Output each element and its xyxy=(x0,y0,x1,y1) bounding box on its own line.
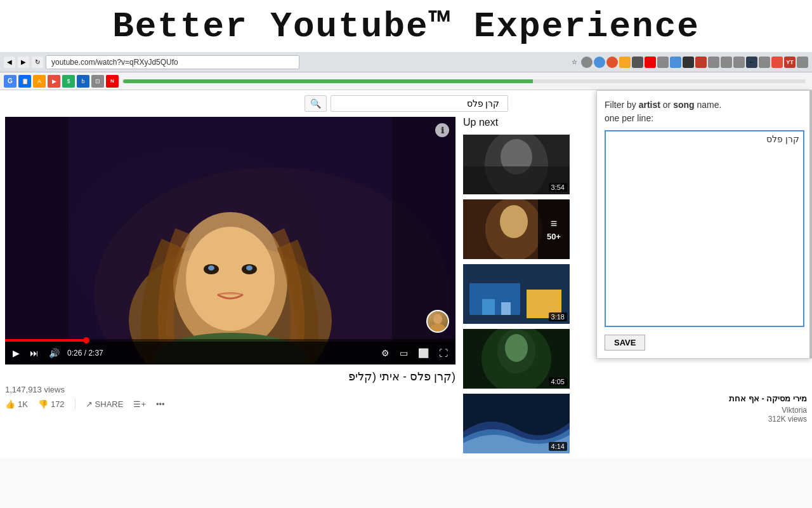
volume-button[interactable]: 🔊 xyxy=(46,347,62,359)
theatre-button[interactable]: ⬜ xyxy=(416,347,431,359)
url-bar[interactable]: youtube.com/watch?v=qRXyJd5QUfo xyxy=(46,55,299,69)
video-avatar xyxy=(426,310,449,333)
bm-item-7[interactable]: ⊡ xyxy=(91,75,104,88)
miniplayer-button[interactable]: ▭ xyxy=(397,347,410,359)
svg-point-8 xyxy=(208,265,214,271)
ext-icon-2[interactable] xyxy=(594,57,605,68)
add-to-playlist-button[interactable]: ☰+ xyxy=(133,399,146,409)
svg-rect-25 xyxy=(482,299,495,315)
video-player-container: ℹ ▶ xyxy=(5,117,455,458)
video-player[interactable]: ℹ ▶ xyxy=(5,117,455,364)
filter-title: Filter by artist or song name. one per l… xyxy=(605,98,804,125)
ext-icon-13[interactable] xyxy=(733,57,745,68)
bookmarks-progress-bar xyxy=(123,79,806,83)
svg-point-13 xyxy=(433,314,442,324)
save-button[interactable]: SAVE xyxy=(605,335,645,351)
thumb-container-4: 4:05 xyxy=(463,329,570,389)
time-display: 0:26 / 2:37 xyxy=(67,349,103,358)
sidebar-item-channel-5: Viktoria xyxy=(575,406,807,415)
video-title: (קרן פלס - איתי (קליפ xyxy=(5,370,455,384)
video-controls-overlay: ▶ ⏭ 🔊 0:26 / 2:37 ⚙ ▭ ⬜ ⛶ xyxy=(5,339,455,364)
duration-badge-4: 4:05 xyxy=(549,377,567,386)
ext-icon-16[interactable] xyxy=(771,57,783,68)
playlist-add-icon: ☰+ xyxy=(133,399,146,409)
playlist-badge: ≡ 50+ xyxy=(538,199,570,259)
bm-item-1[interactable]: G xyxy=(4,75,16,88)
ext-icon-5[interactable] xyxy=(632,57,643,68)
duration-badge-3: 3:18 xyxy=(549,312,567,321)
refresh-icon[interactable]: ↻ xyxy=(32,57,43,68)
bm-item-8[interactable]: N xyxy=(106,75,119,88)
more-actions-button[interactable]: ••• xyxy=(156,399,165,409)
svg-rect-26 xyxy=(501,302,511,315)
bm-item-5[interactable]: $ xyxy=(62,75,75,88)
ext-icon-18[interactable] xyxy=(797,57,808,68)
next-button[interactable]: ⏭ xyxy=(27,347,41,359)
ext-icon-12[interactable] xyxy=(721,57,732,68)
more-icon: ••• xyxy=(156,399,165,409)
action-divider xyxy=(75,398,75,410)
filter-song-label: song xyxy=(673,100,694,110)
ext-icon-8[interactable] xyxy=(670,57,681,68)
ext-icon-6[interactable] xyxy=(645,57,656,68)
ext-icon-4[interactable] xyxy=(619,57,631,68)
ext-icon-15[interactable] xyxy=(759,57,770,68)
ext-icon-14[interactable]: ← xyxy=(746,57,757,68)
search-button[interactable]: 🔍 xyxy=(304,95,327,112)
settings-button[interactable]: ⚙ xyxy=(379,347,392,359)
page-title: Better Youtube™ Experience xyxy=(0,6,812,47)
bookmark-star-icon[interactable]: ☆ xyxy=(568,57,580,68)
ext-icon-1[interactable] xyxy=(581,57,593,68)
share-icon: ↗ xyxy=(86,399,93,409)
sidebar-item-views-5: 312K views xyxy=(575,415,807,424)
dislike-button[interactable]: 👎 172 xyxy=(38,399,65,409)
search-input[interactable] xyxy=(331,95,508,112)
ext-icon-17[interactable]: YT xyxy=(784,57,796,68)
browser-toolbar: ☆ ← YT xyxy=(302,57,808,68)
sidebar-item-5[interactable]: 4:14 מירי מסיקה - אף אחת Viktoria 312K v… xyxy=(463,394,807,453)
thumb-container: 3:54 xyxy=(463,135,570,194)
ext-icon-11[interactable] xyxy=(708,57,719,68)
share-button[interactable]: ↗ SHARE xyxy=(86,399,124,409)
video-info-button[interactable]: ℹ xyxy=(435,123,449,137)
play-button[interactable]: ▶ xyxy=(10,347,22,359)
back-icon[interactable]: ◀ xyxy=(4,57,15,68)
bm-item-6[interactable]: b xyxy=(77,75,89,88)
ext-icon-7[interactable] xyxy=(657,57,669,68)
thumb-container-5: 4:14 xyxy=(463,394,570,453)
forward-icon[interactable]: ▶ xyxy=(18,57,29,68)
page-title-bar: Better Youtube™ Experience xyxy=(0,0,812,52)
fullscreen-button[interactable]: ⛶ xyxy=(436,347,450,359)
svg-point-5 xyxy=(186,227,275,331)
duration-badge-1: 3:54 xyxy=(549,183,567,192)
bookmarks-bar: G 📋 A ▶ $ b ⊡ N xyxy=(0,72,812,90)
video-views: 1,147,913 views xyxy=(5,385,455,394)
ext-icon-10[interactable] xyxy=(695,57,707,68)
browser-chrome: ◀ ▶ ↻ youtube.com/watch?v=qRXyJd5QUfo ☆ … xyxy=(0,52,812,72)
sidebar-item-title-5: מירי מסיקה - אף אחת xyxy=(575,394,807,404)
svg-point-21 xyxy=(500,205,528,238)
duration-badge-5: 4:14 xyxy=(549,442,567,451)
thumb-container-2: ≡ 50+ xyxy=(463,199,570,259)
like-button[interactable]: 👍 1K xyxy=(5,399,28,409)
thumb-container-3: 3:18 xyxy=(463,264,570,324)
bm-item-2[interactable]: 📋 xyxy=(18,75,31,88)
thumbs-down-icon: 👎 xyxy=(38,399,48,409)
svg-point-9 xyxy=(246,265,252,271)
url-text: youtube.com/watch?v=qRXyJd5QUfo xyxy=(51,58,178,67)
filter-resize-handle[interactable] xyxy=(809,91,812,358)
sidebar-item-info-5: מירי מסיקה - אף אחת Viktoria 312K views xyxy=(575,394,807,424)
filter-textarea[interactable] xyxy=(605,130,804,327)
video-frame-art xyxy=(5,117,455,364)
svg-rect-11 xyxy=(5,117,69,364)
video-thumbnail xyxy=(5,117,455,364)
ext-icon-3[interactable] xyxy=(606,57,618,68)
bm-item-3[interactable]: A xyxy=(33,75,46,88)
video-actions: 👍 1K 👎 172 ↗ SHARE ☰+ xyxy=(5,398,455,410)
video-info: (קרן פלס - איתי (קליפ 1,147,913 views 👍 … xyxy=(5,364,455,412)
bm-item-4[interactable]: ▶ xyxy=(48,75,60,88)
thumbs-up-icon: 👍 xyxy=(5,399,15,409)
ext-icon-9[interactable] xyxy=(683,57,694,68)
filter-popup: Filter by artist or song name. one per l… xyxy=(596,90,812,359)
filter-artist-label: artist xyxy=(639,100,660,110)
